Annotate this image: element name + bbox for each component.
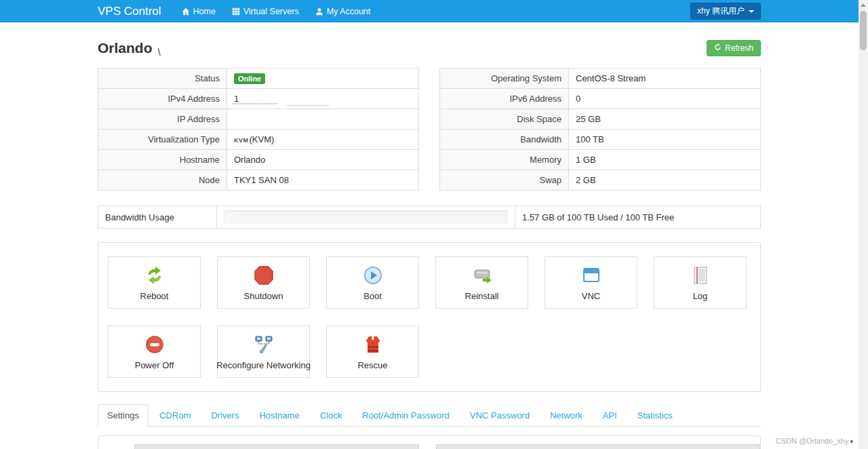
table-row: IP Address <box>98 109 419 130</box>
action-label: VNC <box>582 291 600 301</box>
action-label: Reinstall <box>465 291 499 301</box>
tab-network[interactable]: Network <box>540 404 592 427</box>
scroll-up-button[interactable] <box>859 0 868 10</box>
nav-item-label: My Account <box>327 7 371 16</box>
action-label: Rescue <box>357 360 387 370</box>
tab-root-admin-password[interactable]: Root/Admin Password <box>353 404 459 427</box>
rescue-button[interactable]: Rescue <box>326 326 419 378</box>
nav-item-label: Home <box>193 7 216 16</box>
shutdown-icon <box>253 265 275 286</box>
row-value: 2 GB <box>569 170 761 191</box>
network-icon <box>253 334 275 355</box>
row-value: CentOS-8 Stream <box>569 69 761 89</box>
table-row: Node TKY1 SAN 08 <box>98 170 419 191</box>
action-label: Power Off <box>135 360 174 370</box>
vnc-icon <box>580 265 602 286</box>
row-value: TKY1 SAN 08 <box>227 170 419 191</box>
table-row: Hostname Orlando <box>98 150 419 170</box>
brand-logo[interactable]: VPS Control <box>98 5 161 18</box>
row-value: 100 TB <box>569 130 761 150</box>
server-info: Status Online IPv4 Address 1 IP Address <box>98 68 761 191</box>
boot-icon <box>362 265 384 286</box>
row-label: Bandwidth <box>440 130 569 150</box>
table-row: IPv6 Address 0 <box>440 89 761 109</box>
redaction-mark <box>287 104 329 106</box>
settings-panel-field <box>436 444 760 449</box>
row-label: Disk Space <box>440 109 569 130</box>
server-info-right-table: Operating System CentOS-8 Stream IPv6 Ad… <box>439 68 761 191</box>
tab-hostname[interactable]: Hostname <box>250 404 309 427</box>
bandwidth-percent: 0% <box>226 212 237 220</box>
tab-cdrom[interactable]: CDRom <box>150 404 200 427</box>
tab-statistics[interactable]: Statistics <box>628 404 682 427</box>
reinstall-icon <box>471 265 493 286</box>
tab-vnc-password[interactable]: VNC Password <box>460 404 539 427</box>
arrow-up-icon <box>861 3 866 7</box>
table-row: Swap 2 GB <box>440 170 761 191</box>
nav-item-my-account[interactable]: My Account <box>315 7 371 16</box>
tab-drivers[interactable]: Drivers <box>201 404 248 427</box>
nav-item-home[interactable]: Home <box>182 7 216 16</box>
reboot-button[interactable]: Reboot <box>108 256 201 309</box>
tab-settings[interactable]: Settings <box>98 404 149 427</box>
table-row: IPv4 Address 1 <box>98 89 419 109</box>
vnc-button[interactable]: VNC <box>545 256 637 309</box>
table-row: Bandwidth 100 TB <box>440 130 761 150</box>
row-value: Orlando <box>227 150 419 170</box>
settings-panel-field <box>134 444 419 449</box>
shutdown-button[interactable]: Shutdown <box>217 256 310 309</box>
row-label: Operating System <box>440 69 569 89</box>
row-value <box>227 109 419 130</box>
reinstall-button[interactable]: Reinstall <box>435 256 528 309</box>
actions-panel: Reboot Shutdown <box>98 242 761 392</box>
user-menu-button[interactable]: xhy 腾讯用户 <box>690 3 761 20</box>
table-row: Virtualization Type KVM(KVM) <box>98 130 419 150</box>
refresh-button[interactable]: Refresh <box>707 40 761 56</box>
row-label: Node <box>98 170 227 191</box>
boot-button[interactable]: Boot <box>326 256 419 309</box>
row-label: IPv6 Address <box>440 89 569 109</box>
bandwidth-label: Bandwidth Usage <box>98 206 217 229</box>
nav-item-virtual-servers[interactable]: Virtual Servers <box>232 7 299 16</box>
page-title: Orlando <box>98 40 153 56</box>
row-label: IP Address <box>98 109 227 130</box>
server-info-left-table: Status Online IPv4 Address 1 IP Address <box>98 68 419 191</box>
settings-tab-bar: Settings CDRom Drivers Hostname Clock Ro… <box>98 404 761 427</box>
table-row: Disk Space 25 GB <box>440 109 761 130</box>
watermark-mark: ▾ <box>850 438 853 445</box>
watermark: CSDN @Orlando_xhy▾ <box>776 437 853 445</box>
kvm-logo: KVM <box>234 137 249 144</box>
row-label: Memory <box>440 150 569 170</box>
row-label: Virtualization Type <box>98 130 227 150</box>
row-value: 0 <box>569 89 761 109</box>
refresh-icon <box>714 43 722 53</box>
table-row: Operating System CentOS-8 Stream <box>440 69 761 89</box>
vertical-scrollbar[interactable] <box>859 0 868 449</box>
redaction-mark <box>232 103 278 104</box>
page-header: Orlando \ Refresh <box>98 38 761 58</box>
row-label: Swap <box>440 170 569 191</box>
reboot-icon <box>144 265 165 286</box>
bandwidth-progress-bar: 0% <box>224 210 508 224</box>
action-label: Shutdown <box>244 291 283 301</box>
action-label: Boot <box>363 291 382 301</box>
user-icon <box>315 7 323 16</box>
refresh-button-label: Refresh <box>725 43 753 53</box>
row-value: KVM(KVM) <box>227 130 419 150</box>
table-row: Memory 1 GB <box>440 150 761 170</box>
row-value: 25 GB <box>569 109 761 130</box>
action-label: Reconfigure Networking <box>216 360 311 370</box>
row-label: Hostname <box>98 150 227 170</box>
tab-clock[interactable]: Clock <box>311 404 352 427</box>
power-off-button[interactable]: Power Off <box>108 326 201 378</box>
log-button[interactable]: Log <box>654 256 747 309</box>
nav-item-label: Virtual Servers <box>243 7 299 16</box>
reconfigure-networking-button[interactable]: Reconfigure Networking <box>217 326 310 378</box>
scrollbar-thumb[interactable] <box>860 11 867 50</box>
table-row: Status Online <box>98 69 419 89</box>
title-annotation-mark: \ <box>158 46 161 58</box>
top-navbar: VPS Control Home Virtual <box>0 0 859 22</box>
action-label: Log <box>693 291 708 301</box>
row-label: IPv4 Address <box>98 89 227 109</box>
tab-api[interactable]: API <box>593 404 627 427</box>
